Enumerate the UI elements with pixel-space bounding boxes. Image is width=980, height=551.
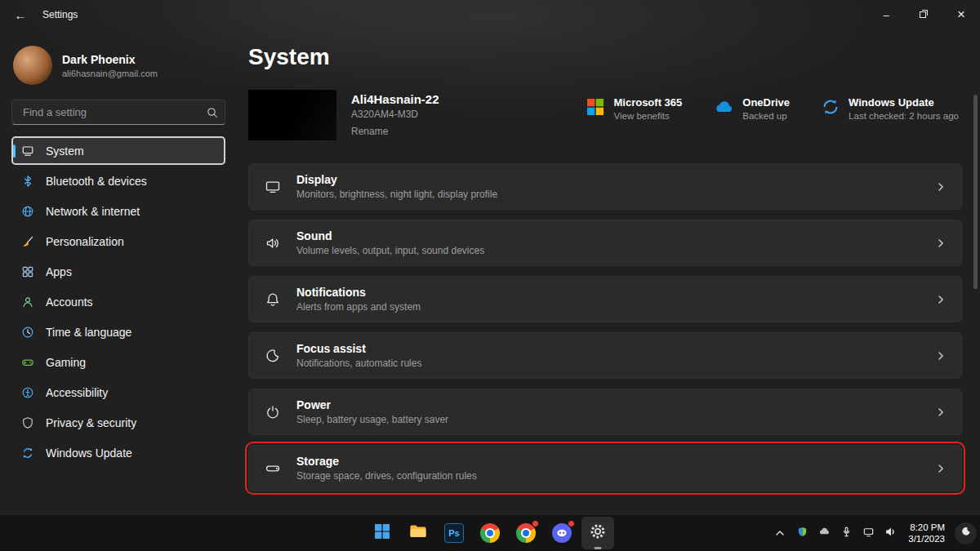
folder-icon <box>408 522 428 544</box>
sidebar-item-gaming[interactable]: Gaming <box>11 348 225 376</box>
clock[interactable]: 8:20 PM 3/1/2023 <box>903 522 950 544</box>
settings-row-focus-assist[interactable]: Focus assist Notifications, automatic ru… <box>248 332 962 379</box>
network-globe-icon <box>21 205 34 218</box>
app-body: Dark Phoenix ali6hasnain@gmail.com Syste… <box>0 29 980 515</box>
sidebar-item-apps[interactable]: Apps <box>11 257 225 286</box>
hidden-icons-button[interactable] <box>771 521 789 545</box>
sidebar-item-windows-update[interactable]: Windows Update <box>11 438 225 467</box>
close-button[interactable]: × <box>942 0 980 29</box>
microphone-icon <box>840 526 853 541</box>
sidebar-item-label: Apps <box>46 265 72 278</box>
chrome-button[interactable] <box>474 517 506 549</box>
minimize-icon: – <box>883 9 889 21</box>
clock-icon <box>21 326 34 339</box>
chevron-right-icon <box>935 463 947 474</box>
do-not-disturb-button[interactable] <box>955 522 977 544</box>
settings-window: ← Settings – × Dark Phoenix ali6hasnain@… <box>0 0 980 551</box>
page-title: System <box>248 44 962 70</box>
window-title: Settings <box>42 9 78 20</box>
file-explorer-button[interactable] <box>402 517 434 549</box>
onedrive-tray-button[interactable] <box>815 521 833 545</box>
search-input[interactable] <box>21 105 207 119</box>
quick-actions: Microsoft 365 View benefits OneDrive Bac… <box>586 96 962 121</box>
back-button[interactable]: ← <box>8 2 33 27</box>
minimize-button[interactable]: – <box>867 0 905 29</box>
quick-title: Windows Update <box>849 96 959 109</box>
maximize-button[interactable] <box>905 0 942 29</box>
microsoft-365-card[interactable]: Microsoft 365 View benefits <box>586 96 682 121</box>
windows-security-tray-button[interactable] <box>793 521 811 545</box>
quick-title: Microsoft 365 <box>613 96 682 109</box>
system-tray: 8:20 PM 3/1/2023 <box>771 515 977 551</box>
device-thumbnail <box>248 90 336 140</box>
chrome-profile-button[interactable] <box>510 517 542 549</box>
sidebar-item-bluetooth-devices[interactable]: Bluetooth & devices <box>11 167 225 195</box>
windows-update-card[interactable]: Windows Update Last checked: 2 hours ago <box>821 96 959 121</box>
privacy-security-icon <box>21 416 34 429</box>
sidebar-item-accessibility[interactable]: Accessibility <box>11 378 225 407</box>
microsoft-365-icon <box>586 97 605 120</box>
quick-subtitle: Last checked: 2 hours ago <box>849 111 959 121</box>
sidebar-item-label: System <box>46 144 84 158</box>
titlebar: ← Settings – × <box>0 0 980 29</box>
settings-row-notifications[interactable]: Notifications Alerts from apps and syste… <box>248 276 962 322</box>
avatar <box>13 46 52 85</box>
pc-icon <box>862 526 875 541</box>
onedrive-card[interactable]: OneDrive Backed up <box>713 96 790 121</box>
search-box <box>11 100 225 125</box>
row-title: Sound <box>296 229 484 242</box>
settings-row-sound[interactable]: Sound Volume levels, output, input, soun… <box>248 220 962 266</box>
bluetooth-icon <box>21 175 34 188</box>
scrollbar-thumb[interactable] <box>973 95 978 289</box>
volume-tray-button[interactable] <box>881 521 899 545</box>
taskbar-time: 8:20 PM <box>908 522 945 533</box>
chevron-right-icon <box>935 181 947 193</box>
chevron-right-icon <box>935 294 947 305</box>
row-subtitle: Volume levels, output, input, sound devi… <box>296 245 484 256</box>
bell-icon <box>264 291 282 308</box>
sidebar-item-label: Bluetooth & devices <box>46 175 147 188</box>
photoshop-button[interactable]: Ps <box>438 517 470 549</box>
sidebar-item-accounts[interactable]: Accounts <box>11 287 225 316</box>
sidebar: Dark Phoenix ali6hasnain@gmail.com Syste… <box>0 29 237 515</box>
settings-app-button[interactable] <box>581 517 614 549</box>
settings-row-power[interactable]: Power Sleep, battery usage, battery save… <box>248 389 962 435</box>
sound-icon <box>264 235 282 251</box>
settings-row-storage[interactable]: Storage Storage space, drives, configura… <box>248 445 962 491</box>
accessibility-icon <box>21 386 34 399</box>
pc-tray-button[interactable] <box>859 521 877 545</box>
row-subtitle: Alerts from apps and system <box>296 301 421 313</box>
start-button[interactable] <box>366 517 399 549</box>
row-subtitle: Notifications, automatic rules <box>296 358 421 369</box>
sidebar-item-network-internet[interactable]: Network & internet <box>11 197 225 225</box>
quick-subtitle: View benefits <box>613 111 682 121</box>
account-profile[interactable]: Dark Phoenix ali6hasnain@gmail.com <box>11 41 225 88</box>
search-icon[interactable] <box>207 107 218 118</box>
chevron-right-icon <box>935 238 947 249</box>
gamepad-icon <box>21 356 34 369</box>
speaker-icon <box>884 526 897 541</box>
sidebar-item-label: Privacy & security <box>46 416 136 429</box>
sidebar-item-personalization[interactable]: Personalization <box>11 227 225 256</box>
taskbar-date: 3/1/2023 <box>908 533 945 544</box>
row-title: Display <box>296 173 497 186</box>
sidebar-item-privacy-security[interactable]: Privacy & security <box>11 408 225 437</box>
accounts-person-icon <box>21 295 34 309</box>
row-title: Storage <box>296 455 477 468</box>
sidebar-item-time-language[interactable]: Time & language <box>11 318 225 346</box>
restore-icon <box>919 9 929 21</box>
chevron-up-icon <box>775 526 785 540</box>
quick-title: OneDrive <box>742 96 790 109</box>
settings-row-display[interactable]: Display Monitors, brightness, night ligh… <box>248 163 962 210</box>
sidebar-item-label: Gaming <box>46 356 86 369</box>
windows-logo-icon <box>373 522 391 544</box>
rename-button[interactable]: Rename <box>351 126 388 137</box>
device-name: Ali4Hasnain-22 <box>351 92 439 106</box>
taskbar-center-icons: Ps <box>366 517 614 549</box>
microphone-tray-button[interactable] <box>837 521 855 545</box>
back-icon: ← <box>15 8 27 22</box>
sidebar-item-label: Network & internet <box>46 205 140 218</box>
discord-button[interactable] <box>546 517 578 549</box>
moon-icon <box>264 348 282 364</box>
sidebar-item-system[interactable]: System <box>11 136 225 165</box>
